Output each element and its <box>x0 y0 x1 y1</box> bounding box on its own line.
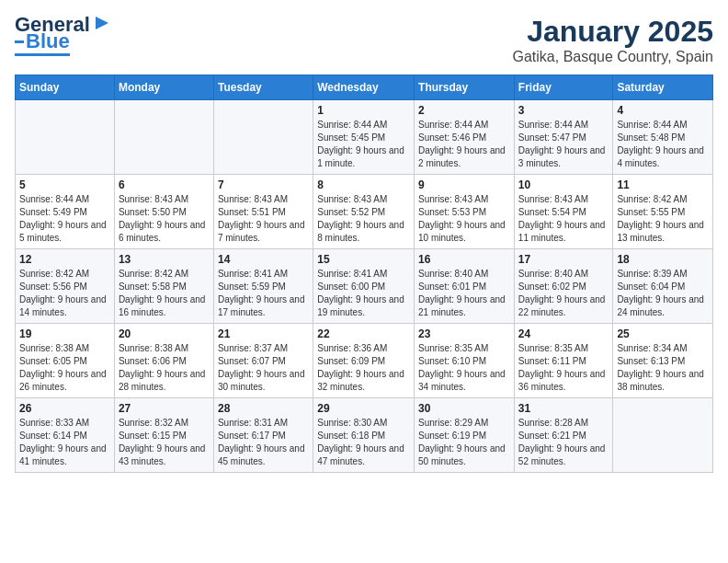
logo-arrow-icon <box>92 13 112 33</box>
day-info: Sunrise: 8:29 AM Sunset: 6:19 PM Dayligh… <box>418 417 510 468</box>
calendar-week-row: 12Sunrise: 8:42 AM Sunset: 5:56 PM Dayli… <box>16 249 713 324</box>
day-number: 2 <box>418 104 510 117</box>
calendar-day-28: 28Sunrise: 8:31 AM Sunset: 6:17 PM Dayli… <box>213 398 313 473</box>
calendar-day-2: 2Sunrise: 8:44 AM Sunset: 5:46 PM Daylig… <box>415 100 515 175</box>
day-info: Sunrise: 8:43 AM Sunset: 5:52 PM Dayligh… <box>317 193 410 245</box>
calendar-dow-wednesday: Wednesday <box>313 75 415 100</box>
calendar-day-empty <box>613 398 713 473</box>
page-subtitle: Gatika, Basque Country, Spain <box>513 49 714 65</box>
day-info: Sunrise: 8:35 AM Sunset: 6:11 PM Dayligh… <box>518 342 609 394</box>
day-info: Sunrise: 8:40 AM Sunset: 6:02 PM Dayligh… <box>518 268 609 319</box>
day-info: Sunrise: 8:39 AM Sunset: 6:04 PM Dayligh… <box>617 268 709 319</box>
day-number: 7 <box>218 178 309 191</box>
calendar-day-27: 27Sunrise: 8:32 AM Sunset: 6:15 PM Dayli… <box>114 398 213 473</box>
day-number: 12 <box>19 253 110 266</box>
day-number: 25 <box>617 327 709 340</box>
day-info: Sunrise: 8:38 AM Sunset: 6:06 PM Dayligh… <box>119 342 210 394</box>
day-info: Sunrise: 8:30 AM Sunset: 6:18 PM Dayligh… <box>317 417 410 468</box>
day-number: 8 <box>317 178 410 191</box>
calendar-day-8: 8Sunrise: 8:43 AM Sunset: 5:52 PM Daylig… <box>313 175 415 249</box>
calendar-day-15: 15Sunrise: 8:41 AM Sunset: 6:00 PM Dayli… <box>313 249 415 324</box>
day-number: 13 <box>119 253 210 266</box>
day-info: Sunrise: 8:37 AM Sunset: 6:07 PM Dayligh… <box>218 342 309 394</box>
day-number: 26 <box>19 402 110 415</box>
day-info: Sunrise: 8:43 AM Sunset: 5:51 PM Dayligh… <box>218 193 309 245</box>
day-number: 11 <box>617 178 709 191</box>
calendar-table: SundayMondayTuesdayWednesdayThursdayFrid… <box>15 75 713 473</box>
calendar-day-30: 30Sunrise: 8:29 AM Sunset: 6:19 PM Dayli… <box>415 398 515 473</box>
day-info: Sunrise: 8:44 AM Sunset: 5:48 PM Dayligh… <box>617 119 709 170</box>
day-number: 5 <box>19 178 110 191</box>
day-info: Sunrise: 8:41 AM Sunset: 5:59 PM Dayligh… <box>218 268 309 319</box>
day-info: Sunrise: 8:28 AM Sunset: 6:21 PM Dayligh… <box>518 417 609 468</box>
calendar-week-row: 26Sunrise: 8:33 AM Sunset: 6:14 PM Dayli… <box>16 398 713 473</box>
calendar-day-12: 12Sunrise: 8:42 AM Sunset: 5:56 PM Dayli… <box>16 249 115 324</box>
calendar-day-1: 1Sunrise: 8:44 AM Sunset: 5:45 PM Daylig… <box>313 100 415 175</box>
day-info: Sunrise: 8:36 AM Sunset: 6:09 PM Dayligh… <box>317 342 410 394</box>
day-number: 6 <box>119 178 210 191</box>
day-number: 20 <box>119 327 210 340</box>
day-info: Sunrise: 8:43 AM Sunset: 5:53 PM Dayligh… <box>418 193 510 245</box>
day-info: Sunrise: 8:43 AM Sunset: 5:54 PM Dayligh… <box>518 193 609 245</box>
day-info: Sunrise: 8:40 AM Sunset: 6:01 PM Dayligh… <box>418 268 510 319</box>
logo: General Blue <box>15 15 112 56</box>
calendar-day-empty <box>114 100 213 175</box>
day-number: 18 <box>617 253 709 266</box>
day-number: 21 <box>218 327 309 340</box>
day-number: 22 <box>317 327 410 340</box>
day-info: Sunrise: 8:42 AM Sunset: 5:58 PM Dayligh… <box>119 268 210 319</box>
day-info: Sunrise: 8:43 AM Sunset: 5:50 PM Dayligh… <box>119 193 210 245</box>
calendar-day-9: 9Sunrise: 8:43 AM Sunset: 5:53 PM Daylig… <box>415 175 515 249</box>
day-info: Sunrise: 8:31 AM Sunset: 6:17 PM Dayligh… <box>218 417 309 468</box>
day-number: 24 <box>518 327 609 340</box>
day-info: Sunrise: 8:44 AM Sunset: 5:47 PM Dayligh… <box>518 119 609 170</box>
day-number: 17 <box>518 253 609 266</box>
calendar-day-16: 16Sunrise: 8:40 AM Sunset: 6:01 PM Dayli… <box>415 249 515 324</box>
day-number: 9 <box>418 178 510 191</box>
calendar-dow-monday: Monday <box>114 75 213 100</box>
calendar-day-26: 26Sunrise: 8:33 AM Sunset: 6:14 PM Dayli… <box>16 398 115 473</box>
calendar-day-23: 23Sunrise: 8:35 AM Sunset: 6:10 PM Dayli… <box>415 324 515 398</box>
calendar-day-21: 21Sunrise: 8:37 AM Sunset: 6:07 PM Dayli… <box>213 324 313 398</box>
day-number: 4 <box>617 104 709 117</box>
day-number: 1 <box>317 104 410 117</box>
calendar-day-4: 4Sunrise: 8:44 AM Sunset: 5:48 PM Daylig… <box>613 100 713 175</box>
calendar-day-10: 10Sunrise: 8:43 AM Sunset: 5:54 PM Dayli… <box>514 175 613 249</box>
title-block: January 2025 Gatika, Basque Country, Spa… <box>513 15 714 65</box>
calendar-day-6: 6Sunrise: 8:43 AM Sunset: 5:50 PM Daylig… <box>114 175 213 249</box>
calendar-day-25: 25Sunrise: 8:34 AM Sunset: 6:13 PM Dayli… <box>613 324 713 398</box>
day-number: 29 <box>317 402 410 415</box>
day-number: 27 <box>119 402 210 415</box>
calendar-dow-friday: Friday <box>514 75 613 100</box>
calendar-day-5: 5Sunrise: 8:44 AM Sunset: 5:49 PM Daylig… <box>16 175 115 249</box>
calendar-header-row: SundayMondayTuesdayWednesdayThursdayFrid… <box>16 75 713 100</box>
day-number: 31 <box>518 402 609 415</box>
day-number: 3 <box>518 104 609 117</box>
calendar-day-11: 11Sunrise: 8:42 AM Sunset: 5:55 PM Dayli… <box>613 175 713 249</box>
page-header: General Blue January 2025 Gatika, Basque… <box>15 15 713 65</box>
calendar-day-17: 17Sunrise: 8:40 AM Sunset: 6:02 PM Dayli… <box>514 249 613 324</box>
calendar-day-24: 24Sunrise: 8:35 AM Sunset: 6:11 PM Dayli… <box>514 324 613 398</box>
day-info: Sunrise: 8:44 AM Sunset: 5:49 PM Dayligh… <box>19 193 110 245</box>
svg-marker-0 <box>96 17 108 29</box>
calendar-day-13: 13Sunrise: 8:42 AM Sunset: 5:58 PM Dayli… <box>114 249 213 324</box>
day-info: Sunrise: 8:44 AM Sunset: 5:46 PM Dayligh… <box>418 119 510 170</box>
day-number: 23 <box>418 327 510 340</box>
calendar-day-14: 14Sunrise: 8:41 AM Sunset: 5:59 PM Dayli… <box>213 249 313 324</box>
day-number: 19 <box>19 327 110 340</box>
calendar-day-20: 20Sunrise: 8:38 AM Sunset: 6:06 PM Dayli… <box>114 324 213 398</box>
day-number: 15 <box>317 253 410 266</box>
calendar-day-22: 22Sunrise: 8:36 AM Sunset: 6:09 PM Dayli… <box>313 324 415 398</box>
calendar-day-18: 18Sunrise: 8:39 AM Sunset: 6:04 PM Dayli… <box>613 249 713 324</box>
day-info: Sunrise: 8:38 AM Sunset: 6:05 PM Dayligh… <box>19 342 110 394</box>
day-info: Sunrise: 8:35 AM Sunset: 6:10 PM Dayligh… <box>418 342 510 394</box>
day-info: Sunrise: 8:41 AM Sunset: 6:00 PM Dayligh… <box>317 268 410 319</box>
day-number: 10 <box>518 178 609 191</box>
day-info: Sunrise: 8:34 AM Sunset: 6:13 PM Dayligh… <box>617 342 709 394</box>
calendar-day-31: 31Sunrise: 8:28 AM Sunset: 6:21 PM Dayli… <box>514 398 613 473</box>
calendar-dow-saturday: Saturday <box>613 75 713 100</box>
day-info: Sunrise: 8:42 AM Sunset: 5:56 PM Dayligh… <box>19 268 110 319</box>
calendar-day-7: 7Sunrise: 8:43 AM Sunset: 5:51 PM Daylig… <box>213 175 313 249</box>
page-title: January 2025 <box>513 15 714 49</box>
day-info: Sunrise: 8:33 AM Sunset: 6:14 PM Dayligh… <box>19 417 110 468</box>
